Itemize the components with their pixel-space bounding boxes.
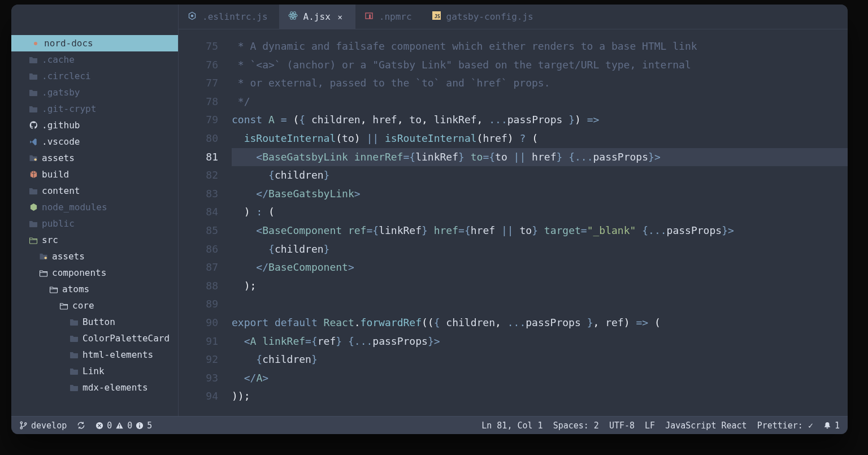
code-line[interactable]: )); <box>232 387 848 406</box>
code-line[interactable]: * `<a>` (anchor) or a "Gatsby Link" base… <box>232 56 848 75</box>
code-line[interactable]: {children} <box>232 350 848 369</box>
tree-item[interactable]: public <box>11 215 178 232</box>
indent-selector[interactable]: Spaces: 2 <box>553 421 599 431</box>
line-number: 84 <box>179 203 218 222</box>
file-explorer[interactable]: nord-docs .cache.circleci.gatsby.git-cry… <box>11 5 179 416</box>
status-bar[interactable]: develop 0 0 5 Ln 81, Col 1 Spaces: 2 UTF… <box>11 416 848 434</box>
folder-icon <box>28 104 38 114</box>
folder-icon <box>28 219 38 229</box>
svg-point-12 <box>20 427 22 429</box>
tree-item[interactable]: .circleci <box>11 68 178 84</box>
info-count: 5 <box>147 421 152 431</box>
close-icon[interactable]: ✕ <box>336 13 344 21</box>
tree-root[interactable]: nord-docs <box>11 35 178 51</box>
line-number: 93 <box>179 369 218 388</box>
encoding-selector[interactable]: UTF-8 <box>609 421 635 431</box>
code-line[interactable]: * A dynamic and failsafe component which… <box>232 37 848 56</box>
code-line[interactable]: </BaseComponent> <box>232 258 848 277</box>
tree-item[interactable]: .cache <box>11 51 178 68</box>
tree-item[interactable]: content <box>11 183 178 199</box>
svg-point-6 <box>292 15 294 16</box>
code-line[interactable]: export default React.forwardRef(({ child… <box>232 314 848 332</box>
tab-label: gatsby-config.js <box>446 11 533 22</box>
folder-open-icon <box>38 268 49 278</box>
tree-item[interactable]: atoms <box>11 281 178 297</box>
code-line[interactable]: <A linkRef={ref} {...passProps}> <box>232 332 848 351</box>
error-count: 0 <box>107 421 112 431</box>
tree-item[interactable]: components <box>11 265 178 281</box>
code-editor[interactable]: 7576777879808182838485868788899091929394… <box>179 29 848 416</box>
tree-item-label: assets <box>42 153 75 163</box>
line-number: 76 <box>179 56 218 75</box>
tree-item[interactable]: .vscode <box>11 133 178 150</box>
code-line[interactable]: <BaseComponent ref={linkRef} href={href … <box>232 222 848 240</box>
code-line[interactable]: {children} <box>232 166 848 185</box>
sync-icon <box>77 421 85 430</box>
tree-item[interactable]: mdx-elements <box>11 379 178 396</box>
tree-item[interactable]: ColorPaletteCard <box>11 330 178 346</box>
cursor-position[interactable]: Ln 81, Col 1 <box>481 421 542 431</box>
tree-item[interactable]: build <box>11 166 178 183</box>
editor-tab[interactable]: .npmrc <box>355 5 423 29</box>
folder-icon <box>28 186 38 196</box>
vcs-modified-dot-icon <box>34 42 37 45</box>
tree-item[interactable]: node_modules <box>11 199 178 215</box>
tree-item[interactable]: core <box>11 297 178 314</box>
info-icon <box>136 422 144 430</box>
node-icon <box>28 202 38 213</box>
notifications-button[interactable]: 1 <box>823 421 840 431</box>
code-line[interactable] <box>232 295 848 314</box>
tab-bar[interactable]: .eslintrc.jsA.jsx✕.npmrcJSgatsby-config.… <box>179 5 848 29</box>
sync-button[interactable] <box>77 421 85 430</box>
code-line[interactable]: ) : ( <box>232 203 848 222</box>
code-line[interactable]: ); <box>232 277 848 296</box>
line-number: 85 <box>179 222 218 240</box>
code-line[interactable]: const A = ({ children, href, to, linkRef… <box>232 111 848 129</box>
workbench-body: nord-docs .cache.circleci.gatsby.git-cry… <box>11 5 848 416</box>
folder-icon <box>69 383 79 393</box>
editor-window: nord-docs .cache.circleci.gatsby.git-cry… <box>11 5 848 434</box>
tree-item-label: Button <box>83 317 115 327</box>
code-line[interactable]: {children} <box>232 240 848 259</box>
code-area[interactable]: * A dynamic and failsafe component which… <box>232 37 848 416</box>
svg-point-0 <box>34 158 37 161</box>
svg-point-15 <box>119 427 120 428</box>
editor-tab[interactable]: A.jsx✕ <box>279 5 355 29</box>
tree-item-label: node_modules <box>42 202 107 213</box>
folder-icon <box>69 350 79 360</box>
eol-selector[interactable]: LF <box>645 421 655 431</box>
line-number: 78 <box>179 93 218 111</box>
tree-item[interactable]: src <box>11 232 178 248</box>
code-line[interactable]: </BaseGatsbyLink> <box>232 185 848 203</box>
tree-item[interactable]: .github <box>11 117 178 133</box>
tree-item[interactable]: .git-crypt <box>11 101 178 117</box>
code-line[interactable]: * or external, passed to the `to` and `h… <box>232 74 848 93</box>
svg-point-13 <box>25 423 27 424</box>
line-number: 91 <box>179 332 218 351</box>
code-line[interactable]: </A> <box>232 369 848 388</box>
line-number: 92 <box>179 350 218 369</box>
tab-label: A.jsx <box>303 11 331 22</box>
tree-item[interactable]: Link <box>11 363 178 379</box>
warning-icon <box>115 422 124 430</box>
code-line[interactable]: */ <box>232 93 848 111</box>
tree-item[interactable]: html-elements <box>11 346 178 363</box>
git-branch-item[interactable]: develop <box>19 421 67 431</box>
svg-point-1 <box>45 257 47 259</box>
tree-item[interactable]: assets <box>11 150 178 166</box>
prettier-status[interactable]: Prettier: ✓ <box>757 421 813 431</box>
problems-item[interactable]: 0 0 5 <box>96 421 152 431</box>
notification-count: 1 <box>835 421 840 431</box>
tree-item-label: Link <box>83 366 105 376</box>
tree-item[interactable]: Button <box>11 314 178 330</box>
code-line[interactable]: isRouteInternal(to) || isRouteInternal(h… <box>232 129 848 148</box>
language-selector[interactable]: JavaScript React <box>665 421 747 431</box>
tree-item[interactable]: .gatsby <box>11 84 178 101</box>
tree-item[interactable]: assets <box>11 248 178 265</box>
folder-icon <box>28 71 38 81</box>
tree-item-label: components <box>52 267 106 278</box>
line-number: 88 <box>179 277 218 296</box>
editor-tab[interactable]: .eslintrc.js <box>179 5 279 29</box>
editor-tab[interactable]: JSgatsby-config.js <box>423 5 545 29</box>
code-line[interactable]: <BaseGatsbyLink innerRef={linkRef} to={t… <box>232 148 848 167</box>
